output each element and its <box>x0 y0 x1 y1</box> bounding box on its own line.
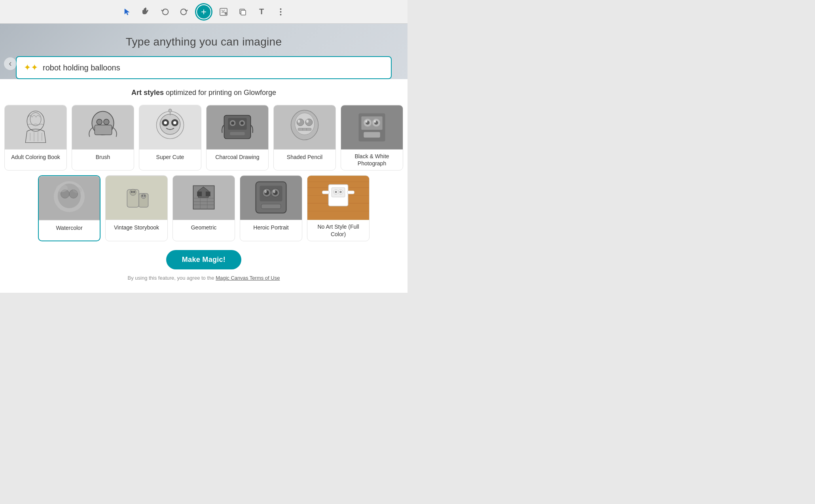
styles-row-1: Adult Coloring Book Brush <box>12 105 396 171</box>
terms-text: By using this feature, you agree to the … <box>12 275 396 281</box>
svg-point-70 <box>142 195 143 197</box>
background-area: ‹ Type anything you can imagine ✦✦ <box>0 24 408 79</box>
svg-rect-104 <box>322 191 330 194</box>
svg-point-102 <box>335 191 337 193</box>
text-icon: T <box>259 7 264 16</box>
style-card-label: Super Cute <box>139 150 201 165</box>
style-card-label: Vintage Storybook <box>106 220 167 235</box>
style-card-bw-photo[interactable]: Black & White Photograph <box>341 105 403 171</box>
style-card-charcoal[interactable]: Charcoal Drawing <box>206 105 269 171</box>
svg-point-71 <box>144 195 146 197</box>
svg-rect-105 <box>347 191 354 194</box>
style-card-label: Charcoal Drawing <box>207 150 268 165</box>
svg-point-33 <box>231 121 234 125</box>
style-card-geometric[interactable]: Geometric <box>172 175 235 241</box>
import-button[interactable] <box>216 4 231 20</box>
page-title: Type anything you can imagine <box>16 36 392 48</box>
svg-point-17 <box>97 119 102 125</box>
duplicate-button[interactable] <box>235 4 250 20</box>
text-button[interactable]: T <box>254 4 269 20</box>
styles-grid: Adult Coloring Book Brush <box>12 105 396 241</box>
svg-point-18 <box>104 119 109 125</box>
style-card-adult-coloring[interactable]: Adult Coloring Book <box>4 105 67 171</box>
search-input[interactable] <box>43 63 384 72</box>
style-card-image <box>274 105 335 150</box>
style-card-heroic[interactable]: Heroic Portrait <box>240 175 302 241</box>
svg-point-41 <box>298 119 300 123</box>
make-magic-button[interactable]: Make Magic! <box>166 250 241 269</box>
style-card-label: No Art Style (Full Color) <box>307 220 369 241</box>
style-card-label: Heroic Portrait <box>240 220 302 235</box>
style-card-image <box>173 176 235 220</box>
svg-point-53 <box>366 120 368 123</box>
plus-circle-icon: + <box>196 4 211 19</box>
svg-point-24 <box>164 121 167 124</box>
svg-point-34 <box>241 121 244 125</box>
svg-point-27 <box>169 109 172 112</box>
svg-point-90 <box>273 190 275 193</box>
sparkle-icon: ✦✦ <box>24 63 38 73</box>
style-card-image <box>39 176 100 220</box>
svg-point-65 <box>130 189 136 196</box>
svg-point-103 <box>339 191 342 193</box>
svg-point-62 <box>73 187 82 193</box>
svg-point-4 <box>280 8 281 10</box>
svg-point-61 <box>56 184 68 192</box>
style-card-label: Shaded Pencil <box>274 150 335 165</box>
undo-button[interactable] <box>157 4 173 20</box>
svg-point-68 <box>131 191 133 193</box>
svg-rect-16 <box>95 125 112 135</box>
style-card-super-cute[interactable]: Super Cute <box>139 105 201 171</box>
svg-point-6 <box>280 14 281 15</box>
style-card-vintage[interactable]: Vintage Storybook <box>105 175 168 241</box>
search-box: ✦✦ <box>16 56 392 79</box>
style-card-label: Watercolor <box>39 220 100 235</box>
style-card-image <box>72 105 134 150</box>
add-button[interactable]: + <box>195 3 212 21</box>
svg-point-42 <box>306 119 309 123</box>
toolbar: + T <box>0 0 408 24</box>
content-area: Art styles optimized for printing on Glo… <box>0 79 408 293</box>
svg-rect-91 <box>261 204 281 209</box>
style-card-watercolor[interactable]: Watercolor <box>38 175 100 241</box>
style-card-brush[interactable]: Brush <box>72 105 134 171</box>
style-card-no-style[interactable]: No Art Style (Full Color) <box>307 175 370 241</box>
style-card-label: Brush <box>72 150 134 165</box>
more-button[interactable] <box>273 4 288 20</box>
svg-point-5 <box>280 11 281 13</box>
style-card-shaded-pencil[interactable]: Shaded Pencil <box>273 105 336 171</box>
style-card-image <box>106 176 167 220</box>
styles-row-2: Watercolor <box>12 175 396 241</box>
style-card-image <box>5 105 66 150</box>
style-card-image <box>307 176 369 220</box>
style-card-image <box>207 105 268 150</box>
svg-point-39 <box>297 119 304 126</box>
svg-rect-3 <box>241 10 246 15</box>
style-card-label: Black & White Photograph <box>341 150 403 170</box>
svg-point-40 <box>305 119 313 126</box>
svg-rect-75 <box>197 192 202 197</box>
cursor-tool-button[interactable] <box>119 4 135 20</box>
redo-button[interactable] <box>176 4 192 20</box>
svg-point-25 <box>173 121 176 124</box>
svg-point-69 <box>133 191 135 193</box>
back-button[interactable]: ‹ <box>4 57 17 70</box>
terms-link[interactable]: Magic Canvas Terms of Use <box>216 275 280 281</box>
svg-rect-55 <box>364 132 380 138</box>
svg-point-89 <box>264 190 267 193</box>
style-card-image <box>139 105 201 150</box>
style-card-label: Adult Coloring Book <box>5 150 66 165</box>
svg-point-54 <box>374 120 376 123</box>
art-styles-title: Art styles optimized for printing on Glo… <box>12 89 396 97</box>
svg-rect-35 <box>230 132 245 135</box>
svg-rect-76 <box>206 192 210 197</box>
style-card-label: Geometric <box>173 220 235 235</box>
style-card-image <box>341 105 403 150</box>
pan-tool-button[interactable] <box>138 4 154 20</box>
svg-rect-1 <box>225 12 227 15</box>
svg-rect-43 <box>298 128 311 131</box>
style-card-image <box>240 176 302 220</box>
